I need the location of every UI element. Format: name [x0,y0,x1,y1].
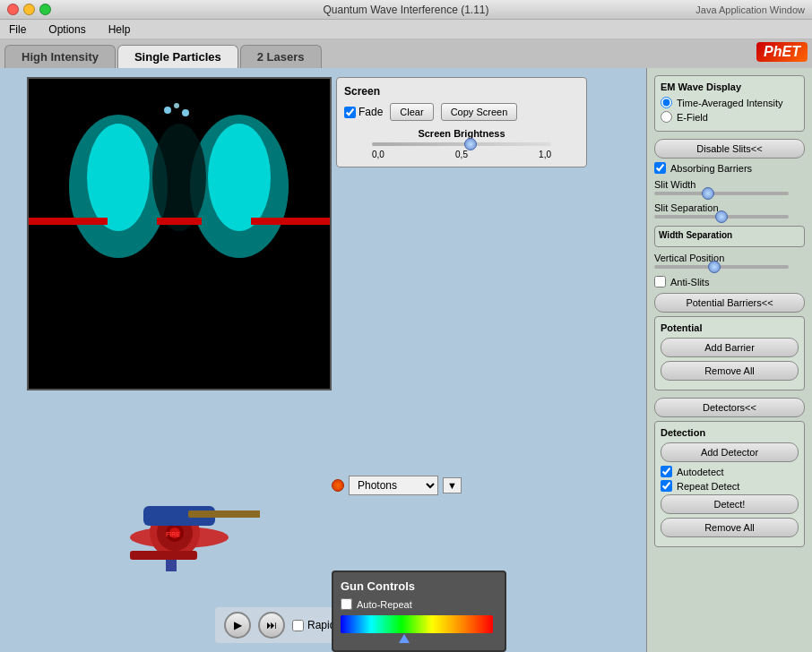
svg-text:FIRE: FIRE [166,531,180,537]
detectors-button[interactable]: Detectors<< [654,398,805,417]
step-button[interactable]: ⏭ [258,612,285,639]
slit-separation-row: Slit Separation [654,202,805,219]
close-button[interactable] [7,4,19,15]
efield-radio[interactable] [661,111,672,123]
absorbing-barriers-checkbox[interactable] [654,162,666,174]
photon-selector: Photons Electrons Neutrons Helium-4 ▼ [332,476,462,495]
tab-high-intensity[interactable]: High Intensity [4,45,116,68]
menu-help[interactable]: Help [104,21,135,38]
slit-gap2 [202,218,251,225]
fade-checkbox[interactable] [344,107,356,118]
minimize-button[interactable] [23,4,35,15]
gun-controls-title: Gun Controls [341,579,497,593]
add-detector-button[interactable]: Add Detector [661,442,799,462]
vertical-position-row: Vertical Position [654,253,805,269]
tab-single-particles[interactable]: Single Particles [117,45,238,68]
vertical-position-track[interactable] [654,265,789,269]
title-bar: Quantum Wave Interference (1.11) Java Ap… [0,0,812,20]
autodetect-row: Autodetect [661,466,799,477]
photon-dot [332,479,344,492]
play-button[interactable]: ▶ [224,612,251,639]
potential-title: Potential [661,322,799,333]
gun-visual: FIRE [117,484,260,594]
width-separation-section: Width Separation [654,226,805,247]
slit-separation-label: Slit Separation [654,202,805,213]
detection-section: Detection Add Detector Autodetect Repeat… [654,421,805,547]
menu-options[interactable]: Options [44,21,90,38]
autodetect-label: Autodetect [677,467,724,477]
time-averaged-row: Time-Averaged Intensity [661,97,799,108]
width-separation-title: Width Separation [659,230,800,240]
clear-button[interactable]: Clear [390,103,433,121]
slit-barrier [29,218,330,225]
slit-separation-track[interactable] [654,215,789,219]
anti-slits-label: Anti-Slits [670,277,709,287]
detection-title: Detection [661,427,799,438]
brightness-slider-thumb[interactable] [464,138,477,150]
anti-slits-row: Anti-Slits [654,276,805,287]
color-spectrum[interactable] [341,615,493,633]
anti-slits-checkbox[interactable] [654,276,666,287]
auto-repeat-row: Auto-Repeat [341,598,497,610]
screen-panel: Screen Fade Clear Copy Screen Screen Bri… [336,77,587,167]
svg-point-6 [164,107,171,114]
window-title: Quantum Wave Interference (1.11) [324,4,489,16]
slit-width-row: Slit Width [654,179,805,195]
brightness-title: Screen Brightness [344,128,579,139]
slit-width-thumb[interactable] [702,187,714,200]
slit-left [29,218,108,225]
brightness-section: Screen Brightness 0,0 0,5 1,0 [344,128,579,159]
fade-label: Fade [358,106,383,118]
photon-dropdown-arrow[interactable]: ▼ [443,477,462,493]
absorbing-barriers-label: Absorbing Barriers [670,163,752,174]
detect-button[interactable]: Detect! [661,494,799,514]
window-controls[interactable] [7,4,51,15]
rapid-check-row: Rapid [292,619,335,631]
simulation-area: Screen Fade Clear Copy Screen Screen Bri… [0,68,646,652]
remove-all-barrier-button[interactable]: Remove All [661,361,799,381]
svg-point-7 [174,103,179,108]
efield-row: E-Field [661,111,799,123]
potential-section: Potential Add Barrier Remove All [654,316,805,390]
photon-type-select[interactable]: Photons Electrons Neutrons Helium-4 [349,476,438,495]
time-averaged-radio[interactable] [661,97,672,108]
maximize-button[interactable] [39,4,51,15]
slit-separation-thumb[interactable] [715,210,728,223]
menu-bar: File Options Help [0,20,812,39]
svg-rect-18 [130,551,197,560]
brightness-slider-labels: 0,0 0,5 1,0 [372,150,551,159]
efield-label: E-Field [677,112,708,123]
window-subtitle: Java Application Window [695,4,805,15]
repeat-detect-checkbox[interactable] [661,480,672,492]
repeat-detect-row: Repeat Detect [661,480,799,492]
svg-point-5 [152,124,206,231]
screen-controls: Fade Clear Copy Screen [344,103,579,121]
vertical-position-label: Vertical Position [654,253,805,263]
absorbing-barriers-row: Absorbing Barriers [654,162,805,174]
main-content: Screen Fade Clear Copy Screen Screen Bri… [0,68,812,652]
slit-width-label: Slit Width [654,179,805,190]
potential-barriers-button[interactable]: Potential Barriers<< [654,293,805,313]
menu-file[interactable]: File [4,21,30,38]
fade-checkbox-row: Fade [344,106,383,118]
slit-width-track[interactable] [654,192,789,195]
svg-rect-16 [188,510,260,518]
brightness-slider-track[interactable] [372,142,551,146]
copy-screen-button[interactable]: Copy Screen [441,103,518,121]
tab-2-lasers[interactable]: 2 Lasers [240,45,322,68]
autodetect-checkbox[interactable] [661,466,672,477]
screen-panel-title: Screen [344,85,579,98]
disable-slits-button[interactable]: Disable Slits<< [654,139,805,159]
em-wave-title: EM Wave Display [661,82,799,92]
repeat-detect-label: Repeat Detect [677,481,739,492]
vertical-position-thumb[interactable] [708,261,721,273]
remove-all-detect-button[interactable]: Remove All [661,518,799,537]
svg-point-2 [87,124,150,231]
phet-logo: PhET [756,42,808,62]
slit-gap1 [108,218,157,225]
rapid-checkbox[interactable] [292,620,304,631]
add-barrier-button[interactable]: Add Barrier [661,338,799,357]
spectrum-pointer [399,634,410,643]
right-panel: EM Wave Display Time-Averaged Intensity … [646,68,812,652]
auto-repeat-checkbox[interactable] [341,598,352,610]
